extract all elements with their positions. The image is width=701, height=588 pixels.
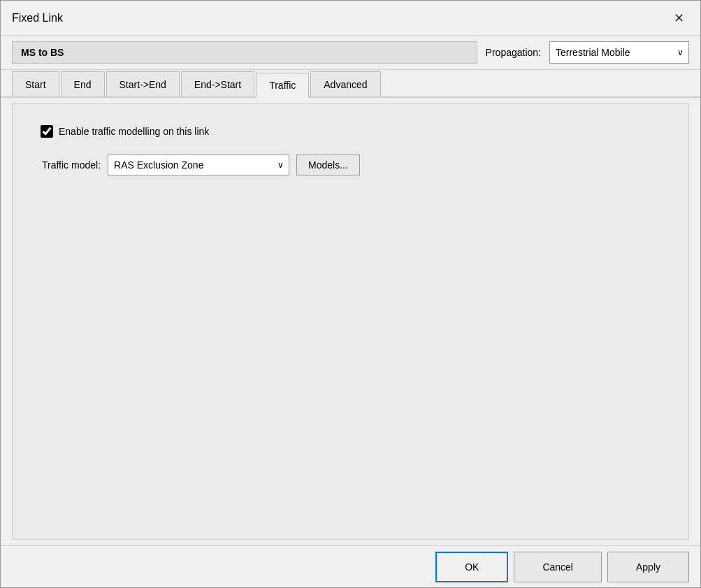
tab-start-end[interactable]: Start->End <box>106 71 180 96</box>
title-bar: Fixed Link ✕ <box>1 1 700 36</box>
ok-button[interactable]: OK <box>435 552 508 582</box>
tab-start[interactable]: Start <box>12 71 59 96</box>
checkbox-row: Enable traffic modelling on this link <box>41 125 660 138</box>
tab-advanced[interactable]: Advanced <box>310 71 380 96</box>
cancel-button[interactable]: Cancel <box>514 552 602 582</box>
content-area: Enable traffic modelling on this link Tr… <box>12 103 689 540</box>
enable-traffic-checkbox[interactable] <box>41 125 53 138</box>
tab-traffic[interactable]: Traffic <box>256 73 309 98</box>
traffic-model-select[interactable]: RAS Exclusion Zone <box>108 155 289 175</box>
tab-end[interactable]: End <box>61 71 105 96</box>
propagation-label: Propagation: <box>486 47 541 58</box>
ms-to-bs-label: MS to BS <box>12 41 477 64</box>
models-button[interactable]: Models... <box>296 155 360 175</box>
traffic-model-row: Traffic model: RAS Exclusion Zone Models… <box>42 155 660 175</box>
propagation-select-wrapper: Terrestrial Mobile <box>549 41 689 64</box>
tab-end-start[interactable]: End->Start <box>181 71 254 96</box>
fixed-link-dialog: Fixed Link ✕ MS to BS Propagation: Terre… <box>0 0 701 588</box>
footer: OK Cancel Apply <box>1 545 700 587</box>
dialog-title: Fixed Link <box>12 12 63 24</box>
header-row: MS to BS Propagation: Terrestrial Mobile <box>1 36 700 70</box>
apply-button[interactable]: Apply <box>607 552 689 582</box>
propagation-select[interactable]: Terrestrial Mobile <box>549 41 689 64</box>
traffic-model-label: Traffic model: <box>42 159 101 171</box>
traffic-model-select-wrapper: RAS Exclusion Zone <box>108 155 289 175</box>
close-button[interactable]: ✕ <box>668 8 689 29</box>
enable-traffic-label: Enable traffic modelling on this link <box>59 126 209 137</box>
tabs-row: Start End Start->End End->Start Traffic … <box>1 70 700 98</box>
